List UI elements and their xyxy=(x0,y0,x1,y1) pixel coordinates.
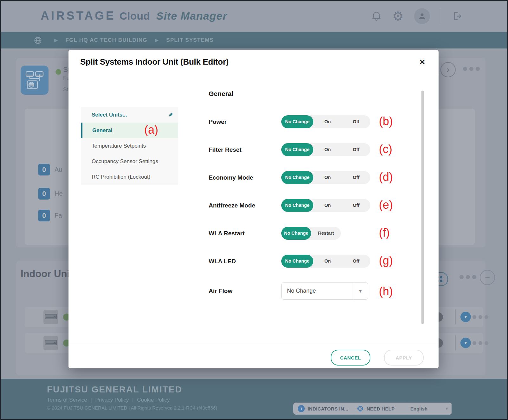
select-units-item[interactable]: Select Units... ✎ xyxy=(81,107,178,123)
power-no-change-option[interactable]: No Change xyxy=(281,115,313,128)
filter-reset-off-option[interactable]: Off xyxy=(342,143,370,156)
power-label: Power xyxy=(209,118,281,125)
filter-reset-on-option[interactable]: On xyxy=(313,143,342,156)
nav-item-occupancy-sensor-settings[interactable]: Occupancy Sensor Settings xyxy=(81,154,178,169)
indoor-unit-image xyxy=(43,336,58,350)
expand-unit-button[interactable]: ▼ xyxy=(460,312,471,322)
power-off-option[interactable]: Off xyxy=(342,115,370,128)
indoor-units-title: Indoor Unit xyxy=(21,268,73,280)
wla-restart-restart-option[interactable]: Restart xyxy=(311,227,341,240)
count-label-partial: Fa xyxy=(55,212,62,219)
terms-of-service-link[interactable]: Terms of Service xyxy=(47,397,87,403)
breadcrumb: ▶ FGL HQ AC TECH BUILDING ▶ SPLIT SYSTEM… xyxy=(1,32,507,48)
page-footer: FUJITSU GENERAL LIMITED Terms of Service… xyxy=(1,379,507,420)
power-segmented-control: No Change On Off xyxy=(281,115,370,128)
row-divider xyxy=(455,309,456,325)
unit-menu-icon[interactable] xyxy=(472,315,488,319)
antifreeze-mode-no-change-option[interactable]: No Change xyxy=(281,199,313,212)
breadcrumb-section[interactable]: SPLIT SYSTEMS xyxy=(166,37,214,43)
form-row-antifreeze-mode: Antifreeze Mode No Change On Off xyxy=(209,197,399,214)
annotation-e: (e) xyxy=(379,198,393,212)
need-help-button[interactable]: NEED HELP xyxy=(352,403,409,415)
indoor-unit-image xyxy=(43,310,58,324)
modal-footer: CANCEL APPLY xyxy=(68,344,439,369)
power-on-option[interactable]: On xyxy=(313,115,342,128)
economy-mode-on-option[interactable]: On xyxy=(313,171,342,184)
annotation-f: (f) xyxy=(379,226,390,239)
nav-item-rc-prohibition[interactable]: RC Prohibition (Lockout) xyxy=(81,169,178,185)
section-menu-icon[interactable] xyxy=(459,275,476,279)
annotation-d: (d) xyxy=(379,170,393,184)
split-system-icon xyxy=(21,66,49,95)
filter-reset-label: Filter Reset xyxy=(209,146,281,153)
status-dot xyxy=(55,69,61,75)
settings-gear-icon[interactable]: ⚙ xyxy=(393,11,403,22)
form-row-filter-reset: Filter Reset No Change On Off xyxy=(209,141,399,158)
footer-company: FUJITSU GENERAL LIMITED xyxy=(47,385,182,395)
app-logo: AIRSTAGE Cloud Site Manager xyxy=(41,9,227,22)
life-ring-icon xyxy=(357,405,364,412)
indicators-button-label: INDICATORS IN... xyxy=(308,406,348,411)
wla-led-off-option[interactable]: Off xyxy=(342,255,370,268)
cancel-button[interactable]: CANCEL xyxy=(331,350,370,366)
expand-unit-button[interactable]: ▼ xyxy=(460,338,471,348)
nav-item-general[interactable]: General xyxy=(81,123,178,138)
economy-mode-off-option[interactable]: Off xyxy=(342,171,370,184)
product-site-manager: Site Manager xyxy=(156,10,227,22)
airstage-site-manager-page: AIRSTAGE Cloud Site Manager ⚙ xyxy=(0,0,508,420)
row-divider xyxy=(455,335,456,351)
wla-led-no-change-option[interactable]: No Change xyxy=(281,255,313,268)
form-row-wla-restart: WLA Restart No Change Restart xyxy=(209,225,399,242)
apply-button[interactable]: APPLY xyxy=(384,350,424,366)
wla-restart-no-change-option[interactable]: No Change xyxy=(281,227,311,240)
globe-icon[interactable] xyxy=(34,36,42,45)
modal-scrollbar[interactable] xyxy=(421,91,424,324)
air-flow-value: No Change xyxy=(282,283,353,299)
annotation-h: (h) xyxy=(379,285,393,298)
form-row-power: Power No Change On Off xyxy=(209,113,399,130)
annotation-b: (b) xyxy=(379,115,393,128)
language-value: English xyxy=(405,406,442,411)
section-title: General xyxy=(209,90,233,98)
wla-led-label: WLA LED xyxy=(209,258,281,265)
top-app-bar: AIRSTAGE Cloud Site Manager ⚙ xyxy=(1,1,507,32)
antifreeze-mode-on-option[interactable]: On xyxy=(313,199,342,212)
wla-restart-label: WLA Restart xyxy=(209,230,281,237)
need-help-button-label: NEED HELP xyxy=(367,406,395,411)
wla-led-segmented-control: No Change On Off xyxy=(281,255,370,268)
breadcrumb-site[interactable]: FGL HQ AC TECH BUILDING xyxy=(66,37,147,43)
air-flow-dropdown[interactable]: No Change ▼ xyxy=(281,282,368,300)
modal-title: Split Systems Indoor Unit (Bulk Editor) xyxy=(80,57,229,67)
collapse-section-button[interactable]: − xyxy=(480,270,495,285)
form-row-wla-led: WLA LED No Change On Off xyxy=(209,253,399,270)
footer-copyright: © 2024 FUJITSU GENERAL LIMITED | All Rig… xyxy=(47,405,217,410)
unit-menu-icon[interactable] xyxy=(472,341,488,345)
antifreeze-mode-segmented-control: No Change On Off xyxy=(281,199,370,212)
cookie-policy-link[interactable]: Cookie Policy xyxy=(137,397,170,403)
close-icon[interactable]: ✕ xyxy=(419,58,425,67)
count-badge: 0 xyxy=(38,210,50,221)
brand-airstage: AIRSTAGE xyxy=(41,9,115,22)
filter-reset-no-change-option[interactable]: No Change xyxy=(281,143,313,156)
breadcrumb-arrow-icon: ▶ xyxy=(155,37,159,43)
annotation-c: (c) xyxy=(379,143,392,156)
card-menu-icon[interactable] xyxy=(463,67,480,71)
air-flow-label: Air Flow xyxy=(209,288,281,295)
annotation-g: (g) xyxy=(379,254,393,267)
language-caret-icon: ▼ xyxy=(442,406,452,411)
privacy-policy-link[interactable]: Privacy Policy xyxy=(95,397,129,403)
user-avatar[interactable] xyxy=(414,8,430,24)
language-select[interactable]: English ▼ xyxy=(405,403,452,415)
logout-icon[interactable] xyxy=(452,11,463,22)
economy-mode-segmented-control: No Change On Off xyxy=(281,171,370,184)
nav-item-temperature-setpoints[interactable]: Temperature Setpoints xyxy=(81,138,178,154)
indicators-info-button[interactable]: i INDICATORS IN... xyxy=(293,403,356,415)
system-line3-partial: St xyxy=(63,86,68,93)
economy-mode-no-change-option[interactable]: No Change xyxy=(281,171,313,184)
breadcrumb-arrow-icon: ▶ xyxy=(54,37,58,43)
wla-led-on-option[interactable]: On xyxy=(313,255,342,268)
expand-chevron-button[interactable]: › xyxy=(440,62,456,77)
antifreeze-mode-off-option[interactable]: Off xyxy=(342,199,370,212)
notifications-bell-icon[interactable] xyxy=(371,11,382,22)
filter-reset-segmented-control: No Change On Off xyxy=(281,143,370,156)
